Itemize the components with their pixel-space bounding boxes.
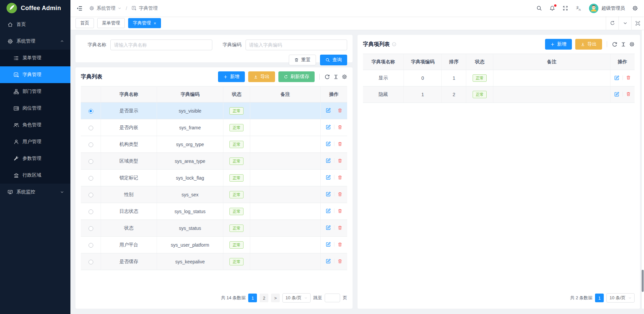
row-height-icon[interactable] [621, 42, 626, 47]
table-row[interactable]: 是否显示sys_visible正常 [81, 103, 347, 119]
table-row[interactable]: 用户平台sys_user_platform正常 [81, 237, 347, 253]
edit-icon[interactable] [614, 91, 620, 97]
sidebar-item[interactable]: 首页 [0, 16, 70, 33]
row-radio[interactable] [89, 126, 93, 130]
table-row[interactable]: 性别sys_sex正常 [81, 186, 347, 203]
row-radio[interactable] [89, 209, 93, 214]
edit-icon[interactable] [326, 141, 331, 146]
sidebar-item[interactable]: A字典管理 [0, 66, 70, 83]
row-radio[interactable] [89, 243, 93, 248]
search-icon[interactable] [536, 5, 542, 11]
sidebar-item[interactable]: 菜单管理 [0, 50, 70, 66]
scrollbar-thumb[interactable] [642, 270, 644, 292]
reload-table-icon[interactable] [612, 42, 618, 47]
delete-icon[interactable] [337, 158, 342, 163]
delete-icon[interactable] [626, 75, 631, 80]
delete-icon[interactable] [337, 259, 342, 264]
page-button[interactable]: 1 [595, 294, 604, 302]
sidebar-fold-icon[interactable] [76, 5, 83, 11]
row-radio[interactable] [89, 260, 93, 264]
user-menu[interactable]: 超级管理员 [589, 4, 625, 13]
refresh-cache-button[interactable]: 刷新缓存 [278, 71, 315, 82]
reload-table-icon[interactable] [324, 74, 330, 80]
edit-icon[interactable] [326, 258, 331, 264]
sidebar-item[interactable]: 用户管理 [0, 133, 70, 150]
row-radio[interactable] [89, 226, 93, 231]
edit-icon[interactable] [326, 225, 331, 230]
add-dict-item-button[interactable]: 新增 [545, 39, 572, 50]
jump-page-input[interactable] [325, 294, 340, 302]
delete-icon[interactable] [337, 208, 342, 213]
table-settings-gear-icon[interactable] [342, 74, 347, 79]
app-logo[interactable]: Coffee Admin [0, 0, 70, 16]
settings-gear-icon[interactable] [632, 5, 638, 11]
edit-icon[interactable] [326, 124, 331, 130]
delete-icon[interactable] [337, 108, 342, 113]
export-dict-button[interactable]: 导出 [248, 71, 275, 82]
dict-code-input[interactable] [246, 40, 347, 50]
chevron-down-icon[interactable] [118, 6, 121, 10]
info-icon[interactable] [392, 42, 396, 47]
delete-icon[interactable] [337, 242, 342, 247]
tabs-dropdown-icon[interactable] [619, 16, 631, 30]
edit-icon[interactable] [614, 75, 620, 80]
delete-icon[interactable] [337, 192, 342, 197]
close-icon[interactable]: × [154, 21, 156, 25]
table-row[interactable]: 日志状态sys_log_status正常 [81, 203, 347, 220]
table-row[interactable]: 区域类型sys_area_type正常 [81, 153, 347, 170]
page-size-select[interactable]: 10 条/页 [606, 293, 635, 303]
row-radio[interactable] [89, 142, 93, 147]
page-button[interactable]: 2 [260, 294, 268, 302]
edit-icon[interactable] [326, 242, 331, 247]
delete-icon[interactable] [337, 141, 342, 146]
row-radio[interactable] [89, 176, 93, 181]
status-badge: 正常 [229, 208, 244, 215]
table-row[interactable]: 是否内嵌sys_frame正常 [81, 119, 347, 136]
breadcrumb-parent[interactable]: 系统管理 [97, 5, 115, 11]
sidebar-item[interactable]: 系统管理 [0, 33, 70, 50]
table-row[interactable]: 状态sys_status正常 [81, 220, 347, 237]
table-row[interactable]: 显示01正常 [363, 70, 635, 86]
edit-icon[interactable] [326, 175, 331, 180]
sidebar-item[interactable]: 系统监控 [0, 184, 70, 200]
edit-icon[interactable] [326, 158, 331, 163]
table-row[interactable]: 隐藏12正常 [363, 86, 635, 103]
row-radio[interactable] [89, 159, 93, 164]
tab[interactable]: 菜单管理 [97, 18, 125, 28]
page-size-select[interactable]: 10 条/页 [282, 293, 311, 303]
tab[interactable]: 字典管理× [128, 18, 161, 28]
sidebar-item[interactable]: 参数管理 [0, 150, 70, 167]
add-dict-button[interactable]: 新增 [218, 71, 245, 82]
tab[interactable]: 首页 [75, 18, 94, 28]
edit-icon[interactable] [326, 191, 331, 197]
sidebar-item[interactable]: 部门管理 [0, 83, 70, 100]
export-dict-item-button[interactable]: 导出 [575, 39, 602, 50]
row-height-icon[interactable] [333, 74, 338, 79]
sidebar-item[interactable]: 角色管理 [0, 117, 70, 133]
page-scrollbar[interactable] [641, 30, 644, 309]
table-row[interactable]: 机构类型sys_org_type正常 [81, 136, 347, 153]
delete-icon[interactable] [626, 91, 631, 97]
delete-icon[interactable] [337, 125, 342, 130]
maximize-content-icon[interactable] [631, 16, 644, 30]
refresh-tab-icon[interactable] [606, 16, 619, 30]
query-button[interactable]: 查询 [320, 55, 347, 65]
reset-button[interactable]: 重置 [289, 55, 316, 65]
page-button[interactable]: 1 [248, 294, 257, 302]
row-radio[interactable] [89, 193, 93, 197]
table-row[interactable]: 是否缓存sys_keepalive正常 [81, 253, 347, 270]
table-row[interactable]: 锁定标记sys_lock_flag正常 [81, 170, 347, 186]
dict-name-input[interactable] [110, 40, 212, 50]
row-radio[interactable] [89, 109, 93, 114]
delete-icon[interactable] [337, 175, 342, 180]
edit-icon[interactable] [326, 108, 331, 113]
next-page-button[interactable]: > [271, 294, 280, 302]
sidebar-item[interactable]: 行政区域 [0, 167, 70, 184]
table-settings-gear-icon[interactable] [629, 42, 635, 47]
fullscreen-icon[interactable] [562, 5, 568, 11]
notification-bell-icon[interactable] [549, 5, 555, 11]
sidebar-item[interactable]: 岗位管理 [0, 100, 70, 117]
translate-icon[interactable]: 文A [576, 5, 582, 11]
edit-icon[interactable] [326, 208, 331, 213]
delete-icon[interactable] [337, 225, 342, 230]
